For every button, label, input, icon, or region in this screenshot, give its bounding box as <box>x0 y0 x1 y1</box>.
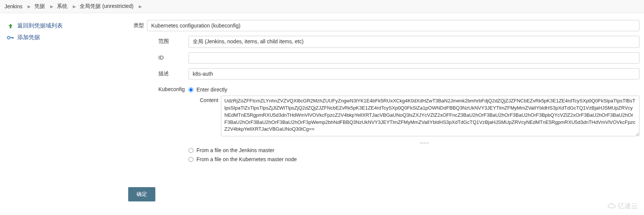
chevron-right-icon: ▶ <box>139 4 142 9</box>
resize-handle-icon[interactable]: ═══ <box>210 140 639 146</box>
sidebar-item-label: 添加凭据 <box>17 34 40 41</box>
radio-label: From a file on the Kubernetes master nod… <box>196 156 297 162</box>
scope-select[interactable]: 全局 (Jenkins, nodes, items, all child ite… <box>189 36 639 48</box>
breadcrumb-credentials[interactable]: 凭据 <box>34 3 45 10</box>
sidebar-item-label: 返回到凭据域列表 <box>17 22 63 29</box>
scope-label: 范围 <box>158 36 189 45</box>
radio-enter-directly[interactable]: Enter directly <box>189 85 639 94</box>
id-label: ID <box>158 52 189 61</box>
type-select[interactable]: Kubernetes configuration (kubeconfig) <box>147 20 639 31</box>
svg-rect-2 <box>12 37 13 38</box>
content-textarea[interactable] <box>221 96 639 136</box>
chevron-right-icon: ▶ <box>73 4 76 9</box>
svg-rect-1 <box>10 37 14 38</box>
radio-from-k8s-master-input[interactable] <box>189 157 193 162</box>
id-input[interactable] <box>189 52 639 64</box>
radio-from-jenkins-master-input[interactable] <box>189 148 193 153</box>
breadcrumb-jenkins[interactable]: Jenkins <box>5 3 22 9</box>
key-icon <box>7 35 14 40</box>
breadcrumb-global-creds[interactable]: 全局凭据 (unrestricted) <box>80 3 133 10</box>
type-label: 类型 <box>128 20 147 29</box>
chevron-right-icon: ▶ <box>50 4 53 9</box>
chevron-right-icon: ▶ <box>28 4 31 9</box>
kubeconfig-label: Kubeconfig <box>158 84 189 92</box>
radio-from-k8s-master[interactable]: From a file on the Kubernetes master nod… <box>189 155 639 164</box>
radio-label: Enter directly <box>196 87 227 93</box>
radio-enter-directly-input[interactable] <box>189 87 193 92</box>
main-content: 类型 Kubernetes configuration (kubeconfig)… <box>128 20 644 201</box>
description-input[interactable] <box>189 68 639 79</box>
submit-button[interactable]: 确定 <box>128 187 155 201</box>
radio-from-jenkins-master[interactable]: From a file on the Jenkins master <box>189 146 639 155</box>
svg-rect-3 <box>13 37 14 38</box>
radio-label: From a file on the Jenkins master <box>196 147 274 153</box>
sidebar-item-back[interactable]: 返回到凭据域列表 <box>7 20 128 32</box>
description-label: 描述 <box>158 68 189 77</box>
breadcrumb-system[interactable]: 系统 <box>57 3 67 10</box>
svg-point-0 <box>7 36 10 39</box>
sidebar-item-add-credentials[interactable]: 添加凭据 <box>7 32 128 43</box>
arrow-up-icon <box>7 23 14 29</box>
content-label: Content <box>200 96 221 103</box>
sidebar: 返回到凭据域列表 添加凭据 <box>0 20 128 201</box>
breadcrumb: Jenkins ▶ 凭据 ▶ 系统 ▶ 全局凭据 (unrestricted) … <box>0 0 644 13</box>
